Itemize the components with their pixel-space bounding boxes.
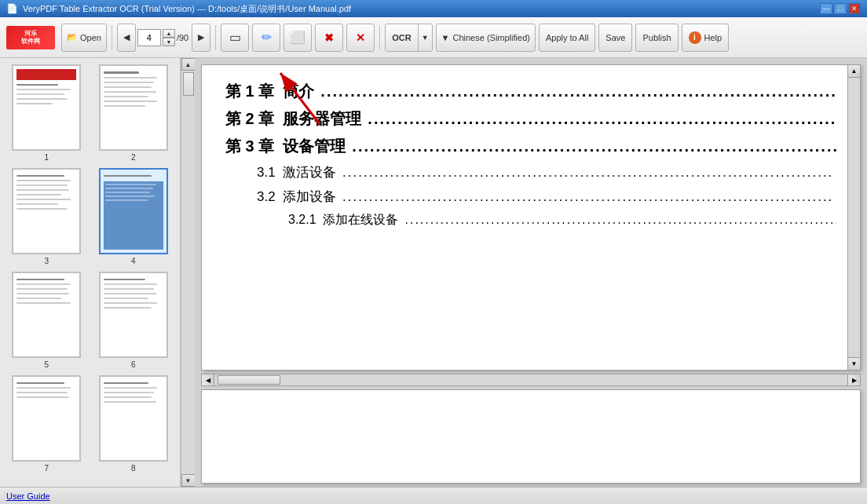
thumbnail-6-label: 6	[131, 360, 136, 369]
minimize-button[interactable]: —	[820, 3, 832, 14]
thumbnail-5-img	[12, 272, 81, 358]
thumb1-content	[16, 82, 76, 146]
page-nav: ◀ ▲ ▼ /90	[117, 24, 188, 52]
folder-icon: 📂	[67, 32, 78, 42]
toc-dots-1: ........................................…	[320, 82, 836, 100]
thumbnail-2[interactable]: 2	[93, 64, 174, 162]
title-bar-controls: — □ ✕	[820, 3, 861, 14]
clear-tool-button[interactable]: ✕	[346, 24, 375, 52]
ocr-dropdown-arrow[interactable]: ▼	[419, 24, 432, 51]
save-button[interactable]: Save	[598, 24, 632, 52]
publish-label: Publish	[642, 33, 671, 42]
thumbnail-1[interactable]: 1	[6, 64, 87, 162]
thumbnail-2-label: 2	[131, 153, 136, 162]
help-label: Help	[704, 33, 722, 42]
thumbnail-8[interactable]: 8	[93, 375, 174, 473]
toolbar: 河乐软件网 📂 Open ◀ ▲ ▼ /90 ▶ ▭ ✏ ⬜ ✖ ✕ OCR ▼	[0, 17, 867, 58]
stepper-up-button[interactable]: ▲	[163, 29, 175, 38]
select-icon: ⬜	[290, 30, 305, 45]
toc-dots-3-2-1: ........................................…	[404, 213, 836, 227]
thumbnail-scroll[interactable]: 1 2	[0, 58, 180, 487]
rectangle-icon: ▭	[229, 30, 241, 45]
next-page-button[interactable]: ▶	[192, 24, 210, 52]
status-bar: User Guide	[0, 487, 867, 504]
thumb6-content	[104, 276, 163, 353]
open-label: Open	[80, 33, 101, 42]
thumbnail-7-label: 7	[44, 464, 49, 473]
apply-to-all-button[interactable]: Apply to All	[539, 24, 595, 52]
language-dropdown[interactable]: ▼ Chinese (Simplified)	[436, 24, 536, 52]
h-scroll-right-button[interactable]: ▶	[847, 374, 860, 385]
help-button[interactable]: i Help	[682, 24, 730, 52]
toc-dots-2: ........................................…	[368, 110, 836, 128]
thumbnail-panel: 1 2	[0, 58, 181, 487]
toc-dots-3: ........................................…	[352, 137, 836, 155]
thumbnail-1-label: 1	[44, 153, 49, 162]
help-icon: i	[689, 31, 701, 44]
toc-dots-3-2: ........................................…	[342, 189, 836, 205]
pencil-tool-button[interactable]: ✏	[252, 24, 280, 52]
scroll-thumb[interactable]	[183, 72, 194, 96]
thumbnail-7[interactable]: 7	[6, 375, 87, 473]
thumb1-header	[16, 69, 76, 80]
prev-page-button[interactable]: ◀	[117, 24, 136, 52]
h-scroll-left-button[interactable]: ◀	[202, 374, 214, 385]
open-button[interactable]: 📂 Open	[61, 24, 107, 52]
pdf-viewer: 第 1 章 简介 ...............................…	[195, 58, 867, 487]
main-area: 1 2	[0, 58, 867, 487]
thumbnail-3[interactable]: 3	[6, 168, 87, 265]
page-total: /90	[177, 33, 188, 42]
thumbnail-4-img	[99, 168, 168, 254]
thumb4-highlight	[104, 181, 163, 250]
thumbnail-6-img	[99, 272, 168, 358]
toc-entry-3: 第 3 章 设备管理 .............................…	[225, 136, 836, 157]
window-title: VeryPDF Table Extractor OCR (Trial Versi…	[23, 3, 351, 15]
apply-to-all-label: Apply to All	[546, 33, 588, 42]
pdf-page-scrollbar[interactable]: ▲ ▼	[847, 65, 860, 370]
maximize-button[interactable]: □	[834, 3, 847, 14]
scroll-down-button[interactable]: ▼	[181, 474, 196, 487]
pdf-page-lower	[201, 389, 861, 484]
clear-icon: ✕	[356, 31, 365, 44]
h-scroll-thumb[interactable]	[218, 375, 280, 385]
publish-button[interactable]: Publish	[635, 24, 678, 52]
thumbnail-4[interactable]: 4	[93, 168, 174, 265]
thumbnail-6[interactable]: 6	[93, 272, 174, 369]
toc-title-3-1: 3.1 激活设备	[257, 163, 336, 181]
thumb7-content	[16, 380, 76, 457]
toc-title-3-2: 3.2 添加设备	[257, 188, 336, 206]
stepper-down-button[interactable]: ▼	[163, 38, 175, 46]
separator-2	[215, 25, 216, 50]
rectangle-tool-button[interactable]: ▭	[221, 24, 249, 52]
thumbnail-5[interactable]: 5	[6, 272, 87, 369]
thumbnail-3-label: 3	[44, 257, 49, 265]
pdf-scroll-down-button[interactable]: ▼	[848, 357, 861, 370]
pdf-scroll-up-button[interactable]: ▲	[848, 65, 861, 78]
ocr-label: OCR	[386, 24, 418, 51]
close-button[interactable]: ✕	[848, 3, 861, 14]
red-arrow-annotation	[273, 69, 335, 132]
pencil-icon: ✏	[262, 30, 272, 45]
toc-title-3: 第 3 章 设备管理	[225, 136, 346, 157]
dropdown-arrow-icon: ▼	[441, 33, 450, 42]
pdf-horizontal-scrollbar[interactable]: ◀ ▶	[201, 374, 861, 386]
page-stepper: ▲ ▼	[163, 29, 175, 46]
thumb3-content	[16, 173, 76, 250]
thumb8-content	[104, 380, 163, 457]
thumbnail-5-label: 5	[44, 360, 49, 369]
toc-dots-3-1: ........................................…	[342, 165, 836, 181]
page-number-input[interactable]	[137, 29, 161, 46]
thumb2-content	[104, 69, 163, 146]
user-guide-link[interactable]: User Guide	[6, 491, 50, 501]
scroll-up-button[interactable]: ▲	[181, 58, 196, 71]
thumbnail-scrollbar[interactable]: ▲ ▼	[181, 58, 195, 487]
logo-box: 河乐软件网	[6, 26, 55, 49]
ocr-button[interactable]: OCR ▼	[385, 24, 432, 52]
separator-1	[112, 25, 112, 50]
select-tool-button[interactable]: ⬜	[284, 24, 312, 52]
thumb4-content	[104, 173, 163, 250]
content-area: 第 1 章 简介 ...............................…	[195, 58, 867, 487]
thumbnail-8-img	[99, 375, 168, 462]
delete-tool-button[interactable]: ✖	[315, 24, 343, 52]
scroll-track	[181, 71, 195, 474]
